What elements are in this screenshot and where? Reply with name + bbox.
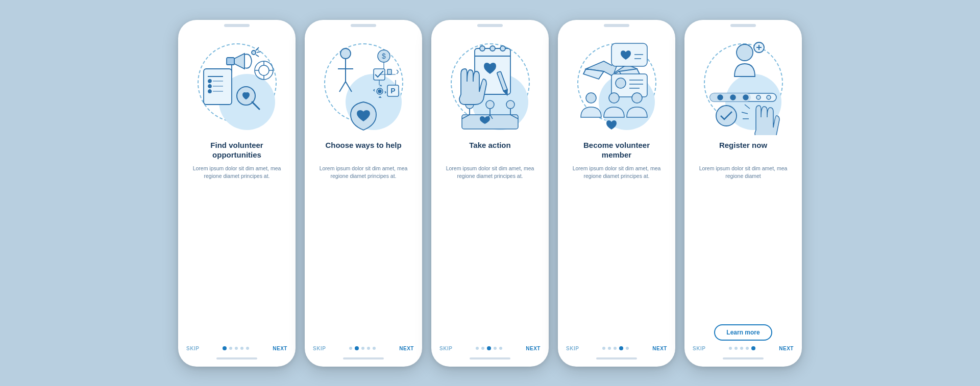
phone-1: Find volunteer opportunities Lorem ipsum… (178, 20, 296, 367)
dot-5-0 (729, 347, 732, 350)
svg-line-4 (257, 52, 261, 53)
screens-container: Find volunteer opportunities Lorem ipsum… (158, 5, 822, 382)
next-4[interactable]: NEXT (652, 346, 667, 351)
dot-2-1 (355, 346, 359, 350)
dot-1-3 (240, 347, 243, 350)
phone-content-2: $ (305, 27, 422, 341)
phone-screen-4: Become volunteer member Lorem ipsum dolo… (558, 20, 675, 367)
next-3[interactable]: NEXT (526, 346, 541, 351)
svg-point-17 (259, 65, 269, 75)
dot-2-0 (349, 347, 352, 350)
skip-2[interactable]: SKIP (313, 346, 326, 351)
phone-4: Become volunteer member Lorem ipsum dolo… (558, 20, 675, 367)
dot-3-4 (499, 347, 502, 350)
home-bar-5 (723, 357, 764, 359)
svg-point-50 (506, 100, 514, 109)
bottom-2: SKIP NEXT (305, 341, 422, 367)
learn-more-button[interactable]: Learn more (714, 324, 772, 341)
svg-line-25 (339, 82, 346, 92)
desc-2: Lorem ipsum dolor sit dim amet, mea regi… (315, 165, 412, 341)
svg-line-15 (252, 102, 259, 109)
illustration-1 (193, 33, 280, 135)
icon-register (700, 33, 787, 135)
desc-4: Lorem ipsum dolor sit dim amet, mea regi… (568, 165, 665, 341)
phone-content-5: Register now Lorem ipsum dolor sit dim a… (684, 27, 802, 341)
svg-line-81 (745, 105, 750, 109)
bottom-4: SKIP NEXT (558, 341, 675, 367)
desc-5: Lorem ipsum dolor sit dim amet, mea regi… (695, 165, 792, 320)
nav-5: SKIP NEXT (693, 346, 794, 351)
dot-2-2 (361, 347, 364, 350)
dot-4-4 (626, 347, 629, 350)
svg-point-79 (767, 95, 771, 99)
icon-search (193, 33, 280, 135)
desc-3: Lorem ipsum dolor sit dim amet, mea regi… (442, 165, 538, 341)
title-2: Choose ways to help (325, 140, 401, 161)
svg-point-22 (340, 48, 351, 59)
dot-3-0 (476, 347, 479, 350)
svg-point-43 (500, 46, 505, 51)
nav-4: SKIP NEXT (566, 346, 667, 351)
icon-member (573, 33, 660, 135)
svg-point-66 (586, 93, 596, 103)
svg-point-8 (208, 80, 211, 83)
dots-3 (476, 346, 502, 350)
nav-3: SKIP NEXT (439, 346, 541, 351)
svg-point-62 (616, 78, 626, 88)
svg-point-80 (716, 106, 737, 126)
dot-2-4 (373, 347, 376, 350)
svg-point-67 (609, 93, 619, 103)
home-bar-1 (216, 357, 257, 359)
svg-point-75 (718, 95, 723, 100)
dot-4-0 (602, 347, 605, 350)
dot-5-4 (751, 346, 755, 350)
phone-content-3: Take action Lorem ipsum dolor sit dim am… (431, 27, 549, 341)
svg-point-68 (632, 93, 642, 103)
next-1[interactable]: NEXT (273, 346, 287, 351)
phone-content-4: Become volunteer member Lorem ipsum dolo… (558, 27, 675, 341)
svg-rect-30 (387, 69, 391, 74)
svg-point-77 (743, 95, 748, 100)
desc-1: Lorem ipsum dolor sit dim amet, mea regi… (188, 165, 285, 341)
illustration-3 (447, 33, 533, 135)
next-2[interactable]: NEXT (399, 346, 414, 351)
svg-point-69 (737, 44, 753, 61)
title-4: Become volunteer member (568, 140, 665, 161)
svg-point-42 (490, 46, 495, 51)
svg-point-48 (486, 100, 494, 109)
title-1: Find volunteer opportunities (188, 140, 285, 161)
next-5[interactable]: NEXT (779, 346, 794, 351)
dot-5-3 (746, 347, 749, 350)
illustration-5 (700, 33, 787, 135)
skip-5[interactable]: SKIP (693, 346, 705, 351)
nav-1: SKIP NEXT (186, 346, 287, 351)
svg-point-10 (208, 85, 211, 88)
svg-point-78 (756, 95, 761, 99)
nav-2: SKIP NEXT (313, 346, 414, 351)
dot-4-1 (608, 347, 611, 350)
dot-1-1 (229, 347, 232, 350)
illustration-2: $ (320, 33, 407, 135)
skip-3[interactable]: SKIP (439, 346, 452, 351)
skip-4[interactable]: SKIP (566, 346, 579, 351)
dots-2 (349, 346, 376, 350)
dot-1-4 (246, 347, 249, 350)
icon-action (447, 33, 533, 135)
dot-3-1 (481, 347, 484, 350)
dots-5 (729, 346, 755, 350)
svg-line-26 (346, 82, 352, 92)
phone-content-1: Find volunteer opportunities Lorem ipsum… (178, 27, 296, 341)
bottom-1: SKIP NEXT (178, 341, 296, 367)
phone-screen-5: Register now Lorem ipsum dolor sit dim a… (684, 20, 802, 367)
home-bar-2 (343, 357, 384, 359)
svg-text:$: $ (382, 52, 386, 60)
svg-text:P: P (390, 87, 395, 95)
dot-1-2 (235, 347, 238, 350)
svg-line-3 (256, 47, 259, 50)
home-bar-3 (470, 357, 510, 359)
svg-point-12 (208, 90, 211, 93)
phone-screen-2: $ (305, 20, 422, 367)
skip-1[interactable]: SKIP (186, 346, 199, 351)
dot-3-2 (487, 346, 491, 350)
dot-5-1 (734, 347, 738, 350)
